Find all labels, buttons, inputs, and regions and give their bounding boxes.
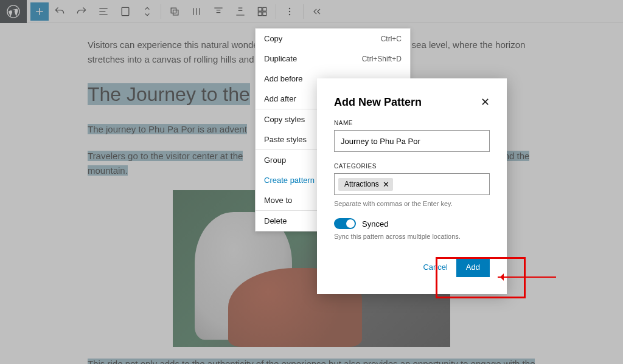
pattern-name-input[interactable] [334,130,490,152]
categories-input[interactable]: Attractions✕ [334,173,490,195]
name-field-label: NAME [334,120,490,126]
remove-chip-icon[interactable]: ✕ [383,180,389,189]
synced-description: Sync this pattern across multiple locati… [334,233,490,240]
menu-item-duplicate[interactable]: DuplicateCtrl+Shift+D [256,49,410,69]
synced-label: Synced [362,219,388,228]
synced-toggle[interactable] [334,218,356,229]
categories-field-label: CATEGORIES [334,163,490,170]
add-button[interactable]: Add [456,257,490,277]
menu-item-copy[interactable]: CopyCtrl+C [256,29,410,49]
category-chip[interactable]: Attractions✕ [338,178,393,191]
close-icon[interactable]: ✕ [481,95,490,109]
add-pattern-dialog: Add New Pattern ✕ NAME CATEGORIES Attrac… [317,78,507,294]
cancel-button[interactable]: Cancel [423,263,447,272]
shortcut-label: Ctrl+Shift+D [362,55,402,63]
shortcut-label: Ctrl+C [381,35,402,43]
categories-hint: Separate with commas or the Enter key. [334,200,490,207]
dialog-title: Add New Pattern [334,96,422,109]
